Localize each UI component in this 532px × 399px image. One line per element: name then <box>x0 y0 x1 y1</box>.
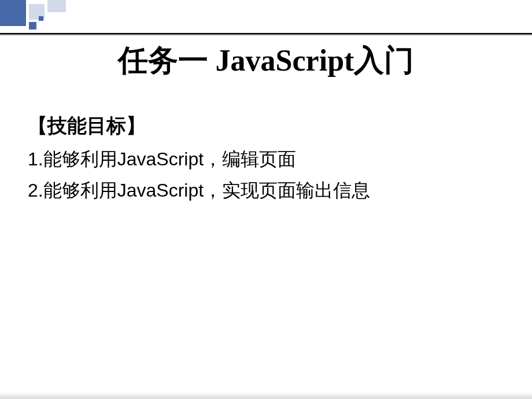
deco-square-top <box>47 0 66 12</box>
list-item: 1.能够利用JavaScript，编辑页面 <box>28 145 502 173</box>
slide-title: 任务一 JavaScript入门 <box>0 40 532 81</box>
section-heading: 【技能目标】 <box>28 113 502 139</box>
horizontal-divider <box>0 33 532 34</box>
content-area: 【技能目标】 1.能够利用JavaScript，编辑页面 2.能够利用JavaS… <box>28 113 502 204</box>
bottom-shadow <box>0 392 532 399</box>
deco-square-large <box>0 0 26 26</box>
list-item: 2.能够利用JavaScript，实现页面输出信息 <box>28 176 502 204</box>
corner-decoration <box>0 0 66 35</box>
deco-square-tiny <box>39 16 43 21</box>
deco-square-small-1 <box>29 22 36 29</box>
